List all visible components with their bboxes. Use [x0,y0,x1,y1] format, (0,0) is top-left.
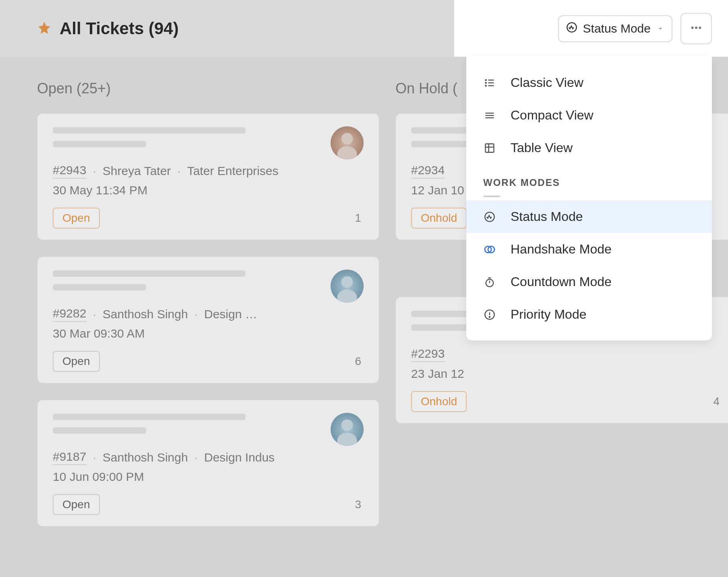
svg-point-3 [699,27,701,28]
view-option-label: Classic View [511,75,583,90]
view-option[interactable]: Classic View [466,66,712,99]
ticket-meta: #2943·Shreya Tater·Tater Enterprises [53,163,364,179]
avatar [331,126,364,159]
ticket-person: Santhosh Singh [103,307,188,321]
mode-option[interactable]: Status Mode [466,200,712,233]
avatar [331,270,364,303]
list-icon [483,76,496,89]
view-option-label: Compact View [511,108,594,123]
lines-icon [483,109,496,122]
mode-selector-button[interactable]: Status Mode [558,15,672,42]
alert-icon [483,308,496,321]
ticket-card[interactable]: #9282·Santhosh Singh·Design …30 Mar 09:3… [37,256,379,383]
more-options-button[interactable] [680,13,712,44]
mode-option-label: Status Mode [511,209,583,224]
skeleton-line [53,427,146,434]
card-footer: Open3 [53,494,364,515]
avatar [331,413,364,446]
ticket-person: Santhosh Singh [103,451,188,464]
ticket-company: Design … [204,307,257,321]
view-option-label: Table View [511,140,573,155]
ticket-id[interactable]: #9187 [53,450,86,465]
ticket-card[interactable]: #9187·Santhosh Singh·Design Indus10 Jun … [37,400,379,527]
mode-option[interactable]: Priority Mode [466,298,712,331]
card-footer: Open1 [53,208,364,229]
ticket-person: Shreya Tater [103,164,171,178]
ticket-count: 6 [355,355,361,368]
card-footer: Onhold4 [411,391,722,412]
mode-selector-label: Status Mode [583,22,651,35]
ticket-id[interactable]: #9282 [53,307,86,322]
ticket-meta: #9187·Santhosh Singh·Design Indus [53,450,364,465]
status-chip[interactable]: Onhold [411,391,467,412]
svg-point-13 [486,79,486,80]
mode-option-label: Countdown Mode [511,274,612,289]
svg-point-5 [341,133,353,144]
mode-option[interactable]: Handshake Mode [466,233,712,266]
mode-option-label: Priority Mode [511,307,587,322]
view-option[interactable]: Compact View [466,99,712,132]
skeleton-line [53,284,146,291]
ticket-count: 4 [713,395,720,408]
skeleton-line [53,127,246,134]
ticket-timestamp: 23 Jan 12 [411,367,722,381]
ticket-id[interactable]: #2293 [411,347,445,362]
ellipsis-icon [690,21,703,36]
svg-rect-22 [486,144,494,152]
ticket-id[interactable]: #2934 [411,163,445,179]
status-chip[interactable]: Open [53,208,100,229]
ticket-company: Tater Enterprises [187,164,279,178]
card-footer: Open6 [53,351,364,372]
ticket-count: 3 [355,498,361,511]
mode-option[interactable]: Countdown Mode [466,266,712,298]
dropdown-section-header: WORK MODES [466,164,712,192]
timer-icon [483,276,496,288]
svg-point-15 [486,85,486,86]
ticket-card[interactable]: #2943·Shreya Tater·Tater Enterprises30 M… [37,113,379,240]
status-chip[interactable]: Open [53,494,100,515]
star-icon[interactable] [37,21,52,37]
page-title: All Tickets (94) [60,19,179,38]
ticket-company: Design Indus [204,451,275,464]
ticket-timestamp: 10 Jun 09:00 PM [53,470,364,484]
skeleton-line [53,270,246,277]
divider [483,196,500,197]
svg-point-8 [341,276,353,288]
ticket-meta: #2293 [411,347,722,362]
svg-point-28 [486,279,494,287]
handshake-icon [483,243,496,256]
svg-point-1 [692,27,693,28]
ticket-timestamp: 30 May 11:34 PM [53,183,364,197]
status-icon [566,22,577,36]
ticket-timestamp: 30 Mar 09:30 AM [53,327,364,340]
table-icon [483,142,496,155]
toolbar: Status Mode [558,13,712,44]
svg-point-2 [695,27,697,28]
mode-option-label: Handshake Mode [511,242,612,257]
ticket-count: 1 [355,212,361,225]
skeleton-line [53,141,146,147]
skeleton-line [53,414,246,420]
status-icon [483,210,496,223]
status-chip[interactable]: Onhold [411,208,467,229]
ticket-meta: #9282·Santhosh Singh·Design … [53,307,364,322]
view-option[interactable]: Table View [466,132,712,164]
svg-point-14 [486,82,486,83]
status-chip[interactable]: Open [53,351,100,372]
svg-point-33 [489,316,490,317]
svg-point-11 [341,419,353,431]
chevron-down-icon [656,22,664,35]
kanban-column: Open (25+)#2943·Shreya Tater·Tater Enter… [37,73,379,543]
ticket-id[interactable]: #2943 [53,163,86,179]
column-title: Open (25+) [37,80,379,97]
view-mode-dropdown: Classic ViewCompact ViewTable ViewWORK M… [466,57,712,340]
